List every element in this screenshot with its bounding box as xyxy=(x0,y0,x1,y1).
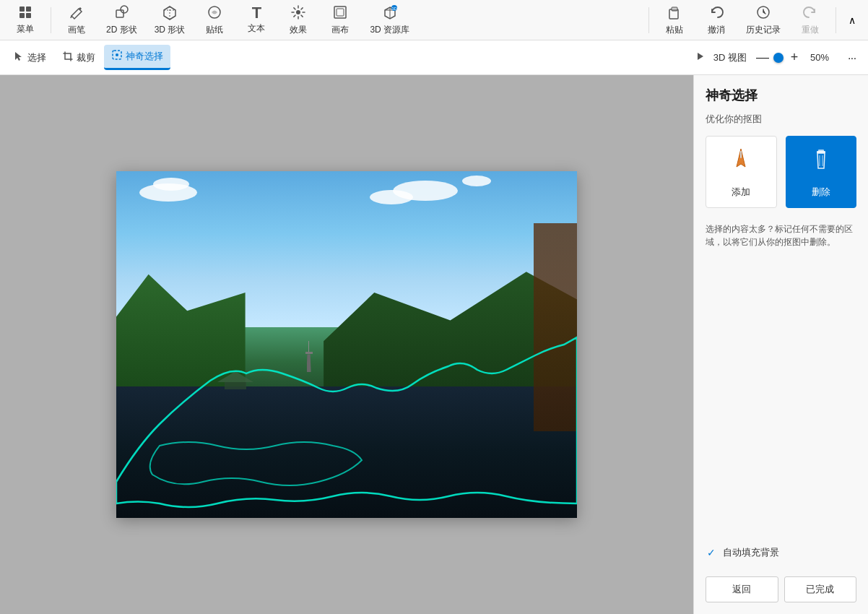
tool-bar: 选择 裁剪 神奇选择 3D 视图 — + 50% · xyxy=(0,40,868,75)
done-button[interactable]: 已完成 xyxy=(784,576,857,602)
history-label: 历史记录 xyxy=(746,24,781,36)
undo-button[interactable]: 撤消 xyxy=(697,1,736,39)
auto-fill-checkbox-row: ✓ 自动填充背景 xyxy=(706,546,856,559)
building-right xyxy=(534,223,577,431)
menu-icon xyxy=(18,5,32,22)
shape2d-button[interactable]: 2D 形状 xyxy=(99,1,144,39)
canvas-image xyxy=(116,171,577,518)
right-panel: 神奇选择 优化你的抠图 添加 xyxy=(693,75,868,614)
panel-description: 选择的内容太多？标记任何不需要的区域，以将它们从你的抠图中删除。 xyxy=(706,222,856,248)
remove-option-label: 删除 xyxy=(812,186,830,199)
3d-library-label: 3D 资源库 xyxy=(370,24,409,36)
svg-rect-21 xyxy=(740,151,742,158)
svg-rect-23 xyxy=(818,150,824,152)
svg-rect-10 xyxy=(337,9,344,16)
cloud-4 xyxy=(393,181,458,201)
menu-button[interactable]: 菜单 xyxy=(6,2,45,38)
svg-point-8 xyxy=(296,10,300,14)
svg-rect-1 xyxy=(26,7,31,12)
redo-label: 重做 xyxy=(802,24,819,36)
paste-icon xyxy=(667,4,682,22)
toolbar-right: 粘贴 撤消 历史记录 重做 ∧ xyxy=(646,1,862,39)
effect-label: 效果 xyxy=(290,24,307,36)
shape2d-icon xyxy=(113,4,129,22)
svg-marker-18 xyxy=(698,53,703,60)
add-option[interactable]: 添加 xyxy=(706,136,777,208)
redo-button[interactable]: 重做 xyxy=(791,1,830,39)
svg-marker-19 xyxy=(217,371,253,382)
3d-library-button[interactable]: 3D 3D 资源库 xyxy=(363,1,417,39)
svg-rect-9 xyxy=(334,7,346,18)
pencil-label: 画笔 xyxy=(68,24,85,36)
cloud-2 xyxy=(153,178,189,191)
canvas-label: 画布 xyxy=(331,24,349,36)
panel-options: 添加 删除 xyxy=(706,136,856,208)
paste-label: 粘贴 xyxy=(666,24,683,36)
svg-rect-20 xyxy=(225,382,246,389)
text-button[interactable]: T 文本 xyxy=(237,2,276,38)
undo-label: 撤消 xyxy=(708,24,725,36)
svg-rect-5 xyxy=(116,10,123,17)
canvas-area xyxy=(0,75,693,614)
pencil-button[interactable]: 画笔 xyxy=(57,1,96,39)
magic-select-tool[interactable]: 神奇选择 xyxy=(104,45,170,70)
crop-label: 裁剪 xyxy=(77,51,95,64)
tower xyxy=(305,341,313,372)
water-layer xyxy=(116,386,577,518)
auto-fill-checkbox[interactable]: ✓ xyxy=(706,547,717,558)
svg-text:3D: 3D xyxy=(391,7,397,11)
toolbar-divider-3 xyxy=(836,7,836,33)
remove-option[interactable]: 删除 xyxy=(786,136,857,208)
select-icon xyxy=(13,51,25,65)
shape3d-icon xyxy=(162,4,178,22)
sticker-button[interactable]: 贴纸 xyxy=(195,1,234,39)
zoom-in-button[interactable]: + xyxy=(784,48,804,68)
zoom-controls: 3D 视图 — + 50% ··· xyxy=(696,48,862,68)
canvas-image-container xyxy=(116,171,577,518)
effect-button[interactable]: 效果 xyxy=(279,1,318,39)
svg-point-17 xyxy=(116,53,118,56)
history-button[interactable]: 历史记录 xyxy=(739,1,788,39)
cloud-5 xyxy=(462,176,491,186)
zoom-minus-icon: — xyxy=(756,50,769,65)
shape3d-button[interactable]: 3D 形状 xyxy=(147,1,193,39)
crop-icon xyxy=(62,51,74,65)
zoom-out-button[interactable]: — xyxy=(752,48,773,68)
panel-buttons: 返回 已完成 xyxy=(706,576,856,602)
sticker-label: 贴纸 xyxy=(206,24,223,36)
magic-select-label: 神奇选择 xyxy=(126,50,163,63)
svg-point-6 xyxy=(121,6,128,13)
top-toolbar: 菜单 画笔 2D 形状 3D 形状 贴纸 T 文本 效果 xyxy=(0,0,868,40)
toolbar-divider-2 xyxy=(648,7,649,33)
crop-tool[interactable]: 裁剪 xyxy=(55,46,103,69)
auto-fill-label[interactable]: 自动填充背景 xyxy=(723,546,779,559)
back-button[interactable]: 返回 xyxy=(706,576,778,602)
add-option-label: 添加 xyxy=(732,186,750,199)
more-options-button[interactable]: ··· xyxy=(842,48,862,68)
select-tool[interactable]: 选择 xyxy=(6,46,53,69)
zoom-slider-thumb[interactable] xyxy=(773,53,784,63)
paste-button[interactable]: 粘贴 xyxy=(655,1,694,39)
svg-rect-3 xyxy=(26,13,31,18)
zoom-value: 50% xyxy=(810,52,836,63)
select-label: 选择 xyxy=(27,51,46,64)
3d-library-icon: 3D xyxy=(382,4,398,22)
text-label: 文本 xyxy=(248,22,265,35)
menu-label: 菜单 xyxy=(17,23,34,35)
toolbar-divider-1 xyxy=(51,7,51,33)
svg-line-4 xyxy=(71,16,71,18)
redo-icon xyxy=(802,4,818,22)
svg-rect-2 xyxy=(19,13,25,18)
3dview-label: 3D 视图 xyxy=(713,51,747,64)
text-icon: T xyxy=(252,5,261,21)
zoom-plus-icon: + xyxy=(791,50,799,65)
history-icon xyxy=(755,4,771,22)
pencil-icon xyxy=(69,4,84,22)
undo-icon xyxy=(708,4,724,22)
canvas-button[interactable]: 画布 xyxy=(321,1,360,39)
collapse-button[interactable]: ∧ xyxy=(842,10,862,30)
3dview-icon xyxy=(696,51,705,64)
main-area: 神奇选择 优化你的抠图 添加 xyxy=(0,75,868,614)
svg-rect-0 xyxy=(19,7,25,12)
panel-subtitle: 优化你的抠图 xyxy=(706,113,856,126)
